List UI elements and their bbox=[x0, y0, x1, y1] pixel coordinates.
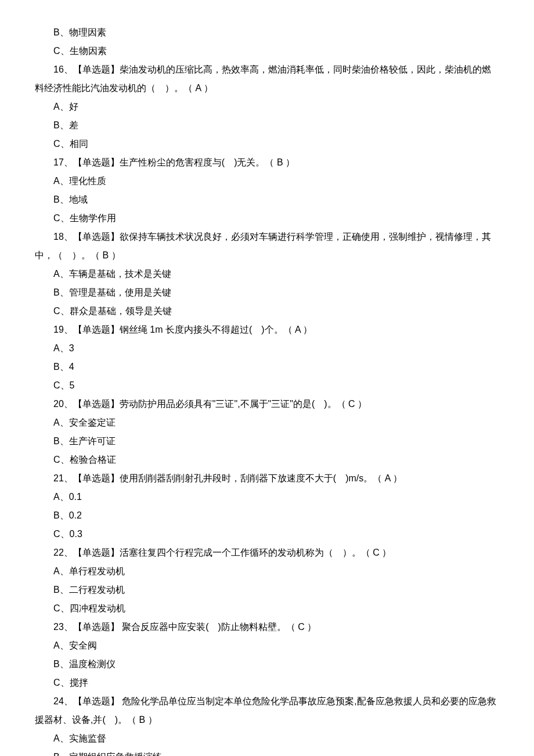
option-text: A、单行程发动机 bbox=[35, 562, 499, 581]
question-stem: 19、【单选题】钢丝绳 1m 长度内接头不得超过( )个。（ A ） bbox=[35, 321, 499, 339]
option-text: A、理化性质 bbox=[35, 172, 499, 190]
option-text: B、二行程发动机 bbox=[35, 581, 499, 599]
option-text: C、0.3 bbox=[35, 525, 499, 543]
option-text: A、实施监督 bbox=[35, 729, 499, 748]
option-text: B、管理是基础，使用是关键 bbox=[35, 283, 499, 302]
option-text: B、差 bbox=[35, 116, 499, 135]
question-stem: 17、【单选题】生产性粉尘的危害程度与( )无关。（ B ） bbox=[35, 153, 499, 172]
option-text: B、0.2 bbox=[35, 506, 499, 525]
option-text: C、生物因素 bbox=[35, 42, 499, 60]
option-text: B、地域 bbox=[35, 190, 499, 209]
option-text: A、安全阀 bbox=[35, 636, 499, 655]
option-text: C、相同 bbox=[35, 135, 499, 153]
question-stem: 23、【单选题】 聚合反应器中应安装( )防止物料粘壁。（ C ） bbox=[35, 618, 499, 636]
option-text: B、物理因素 bbox=[35, 23, 499, 42]
option-text: C、检验合格证 bbox=[35, 451, 499, 469]
option-text: B、4 bbox=[35, 358, 499, 376]
option-text: C、四冲程发动机 bbox=[35, 599, 499, 618]
option-text: C、生物学作用 bbox=[35, 209, 499, 228]
question-stem: 21、【单选题】使用刮削器刮削射孔井段时，刮削器下放速度不大于( )m/s。（ … bbox=[35, 469, 499, 488]
question-stem: 18、【单选题】欲保持车辆技术状况良好，必须对车辆进行科学管理，正确使用，强制维… bbox=[35, 228, 499, 265]
question-stem: 16、【单选题】柴油发动机的压缩比高，热效率高，燃油消耗率低，同时柴油价格较低，… bbox=[35, 60, 499, 98]
option-text: C、5 bbox=[35, 376, 499, 395]
question-stem: 24、【单选题】 危险化学品单位应当制定本单位危险化学品事故应急预案,配备应急救… bbox=[35, 692, 499, 729]
option-text: B、定期组织应急救援演练 bbox=[35, 748, 499, 756]
question-stem: 20、【单选题】劳动防护用品必须具有"三证",不属于"三证"的是( )。（ C … bbox=[35, 395, 499, 413]
option-text: A、安全鉴定证 bbox=[35, 413, 499, 432]
option-text: A、3 bbox=[35, 339, 499, 358]
option-text: A、车辆是基础，技术是关键 bbox=[35, 265, 499, 283]
option-text: A、0.1 bbox=[35, 488, 499, 506]
option-text: B、生产许可证 bbox=[35, 432, 499, 451]
option-text: C、群众是基础，领导是关键 bbox=[35, 302, 499, 321]
option-text: C、搅拌 bbox=[35, 674, 499, 692]
question-stem: 22、【单选题】活塞往复四个行程完成一个工作循环的发动机称为（ ）。（ C ） bbox=[35, 543, 499, 562]
option-text: B、温度检测仪 bbox=[35, 655, 499, 674]
option-text: A、好 bbox=[35, 98, 499, 116]
